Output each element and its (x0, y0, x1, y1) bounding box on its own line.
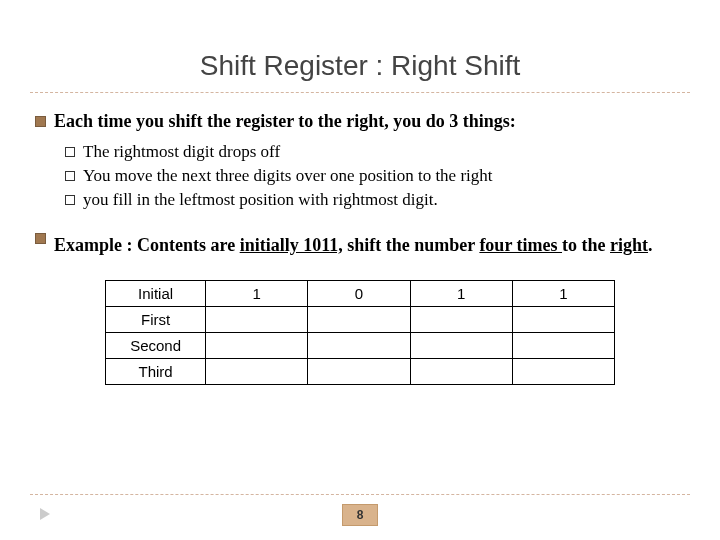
page-number-wrap: 8 (0, 504, 720, 526)
bullet-main-1: Each time you shift the register to the … (35, 111, 685, 132)
shift-table-wrap: Initial 1 0 1 1 First Second T (105, 280, 615, 385)
content-area: Each time you shift the register to the … (0, 111, 720, 385)
row-header-first: First (106, 307, 206, 333)
cell (308, 359, 410, 385)
sub-bullet-list: The rightmost digit drops off You move t… (65, 142, 685, 210)
cell (512, 307, 614, 333)
ex-pre: Example : Contents are (54, 235, 240, 255)
sub-bullet-3-text: you fill in the leftmost position with r… (83, 190, 438, 210)
table-row: Second (106, 333, 615, 359)
table-row: Initial 1 0 1 1 (106, 281, 615, 307)
sub-bullet-1-text: The rightmost digit drops off (83, 142, 280, 162)
ex-u1: initially 1011, (240, 235, 343, 255)
row-header-initial: Initial (106, 281, 206, 307)
cell (410, 333, 512, 359)
sub-bullet-2-text: You move the next three digits over one … (83, 166, 493, 186)
cell (512, 333, 614, 359)
cell (308, 307, 410, 333)
sub-bullet-3: you fill in the leftmost position with r… (65, 190, 685, 210)
footer-divider (30, 494, 690, 495)
bullet-main-1-text: Each time you shift the register to the … (54, 111, 516, 132)
cell (410, 359, 512, 385)
open-square-icon (65, 171, 75, 181)
cell (206, 307, 308, 333)
shift-table: Initial 1 0 1 1 First Second T (105, 280, 615, 385)
cell (410, 307, 512, 333)
cell: 1 (206, 281, 308, 307)
table-row: First (106, 307, 615, 333)
sub-bullet-1: The rightmost digit drops off (65, 142, 685, 162)
open-square-icon (65, 147, 75, 157)
cell (512, 359, 614, 385)
filled-square-icon (35, 116, 46, 127)
sub-bullet-2: You move the next three digits over one … (65, 166, 685, 186)
example-text: Example : Contents are initially 1011, s… (54, 228, 653, 262)
bullet-main-2: Example : Contents are initially 1011, s… (35, 228, 685, 262)
table-row: Third (106, 359, 615, 385)
page-number: 8 (342, 504, 379, 526)
row-header-second: Second (106, 333, 206, 359)
cell (206, 359, 308, 385)
ex-mid: shift the number (343, 235, 480, 255)
title-divider (30, 92, 690, 93)
cell (206, 333, 308, 359)
ex-post: to the (562, 235, 610, 255)
cell: 0 (308, 281, 410, 307)
cell: 1 (512, 281, 614, 307)
ex-u3: right (610, 235, 648, 255)
cell: 1 (410, 281, 512, 307)
open-square-icon (65, 195, 75, 205)
cell (308, 333, 410, 359)
filled-square-icon (35, 233, 46, 244)
ex-u2: four times (479, 235, 562, 255)
row-header-third: Third (106, 359, 206, 385)
slide-title: Shift Register : Right Shift (0, 0, 720, 92)
ex-dot: . (648, 235, 653, 255)
